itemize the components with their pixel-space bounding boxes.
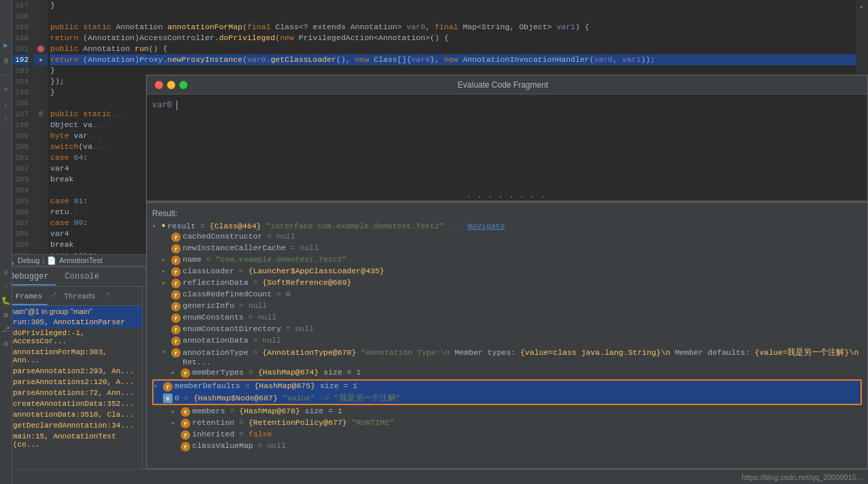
threads-tab[interactable]: Threads bbox=[58, 288, 101, 305]
frame-item-6[interactable]: createAnnotationData:352... bbox=[0, 398, 142, 409]
tree-item-annotationType[interactable]: ▾ f annotationType = {AnnotationType@670… bbox=[152, 347, 862, 367]
status-url: https://blog.csdn.net/qq_20009015... bbox=[742, 473, 863, 481]
cursor bbox=[177, 101, 177, 110]
tree-item-memberDefaults-0[interactable]: ▸ 0 0 = {HashMap$Node@687} "value" -> "我… bbox=[153, 392, 861, 404]
tree-root-arrow[interactable]: ▾ bbox=[152, 222, 162, 230]
field-icon-7: f bbox=[171, 302, 181, 311]
tree-item-genericInfo: f genericInfo = null bbox=[152, 300, 862, 312]
field-icon-6: f bbox=[171, 290, 181, 300]
tree-item-enumConstants: f enumConstants = null bbox=[152, 312, 862, 324]
tree-item-enumConstantDirectory: f enumConstantDirectory = null bbox=[152, 324, 862, 335]
member-defaults-group: ▾ f memberDefaults = {HashMap@675} size … bbox=[152, 379, 862, 405]
frame-item-1[interactable]: doPrivileged:-1, AccessCor... bbox=[0, 328, 142, 347]
tree-item-name[interactable]: ▸ f name = "com.example.demotest.Test2" bbox=[152, 254, 862, 266]
tree-item-inherited: f inherited = false bbox=[152, 429, 862, 440]
step-over-sidebar-icon[interactable]: ↷ bbox=[3, 85, 8, 94]
field-icon-8: f bbox=[171, 313, 181, 323]
field-icon-11: f bbox=[171, 348, 181, 358]
field-icon-2: f bbox=[171, 244, 181, 254]
result-icon: ◆ bbox=[162, 222, 165, 229]
git-icon[interactable]: ⎇ bbox=[1, 325, 10, 334]
tree-item-annotationData: f annotationData = null bbox=[152, 335, 862, 347]
tree-item-memberDefaults[interactable]: ▾ f memberDefaults = {HashMap@675} size … bbox=[153, 381, 861, 392]
structure-icon[interactable]: ≡ bbox=[3, 269, 8, 277]
frame-item-0[interactable]: run:305, AnnotationParser bbox=[0, 317, 142, 328]
play-icon[interactable]: ▶ bbox=[3, 41, 8, 50]
tree-item-memberTypes[interactable]: ▸ f memberTypes = {HashMap@674} size = 1 bbox=[152, 367, 862, 379]
tree-item-cachedConstructor: f cachedConstructor = null bbox=[152, 231, 862, 243]
thread-group-label: "main"@1 in group "main" bbox=[6, 307, 92, 315]
node-icon: 0 bbox=[163, 394, 173, 403]
terminal-icon[interactable]: ⊞ bbox=[3, 311, 8, 319]
frames-arrow-icon: →* bbox=[49, 292, 57, 300]
frame-method-0: run:305, AnnotationParser bbox=[13, 318, 138, 326]
status-bar: https://blog.csdn.net/qq_20009015... bbox=[0, 469, 868, 484]
tree-item-classValueMap: f classValueMap = null bbox=[152, 440, 862, 452]
dialog-title: Evaluate Code Fragment bbox=[458, 80, 548, 90]
field-icon-16: f bbox=[181, 430, 190, 440]
minimize-button[interactable] bbox=[167, 81, 175, 89]
frames-list: run:305, AnnotationParser doPrivileged:-… bbox=[0, 317, 142, 484]
debug-sidebar-icon[interactable]: 🐛 bbox=[1, 296, 11, 305]
field-icon-5: f bbox=[171, 279, 181, 288]
tree-item-newInstanceCallerCache: f newInstanceCallerCache = null bbox=[152, 243, 862, 254]
frame-item-3[interactable]: parseAnnotation2:293, An... bbox=[0, 366, 142, 377]
main-sidebar: ▶ ⏸ ↷ ↓ ↑ ≡ ☆ 🐛 ⊞ ⎇ ⚙ bbox=[0, 0, 12, 484]
field-icon-12: f bbox=[181, 368, 190, 378]
traffic-lights bbox=[155, 81, 187, 89]
file-icon: 📄 bbox=[47, 256, 56, 265]
result-area: Result: ▾ ◆ result = {Class@464} "interf… bbox=[147, 203, 867, 468]
code-input-area[interactable]: var0 • • • • • • • • bbox=[147, 94, 867, 203]
folding-icon[interactable]: ▸ bbox=[860, 3, 864, 11]
evaluate-dialog: Evaluate Code Fragment var0 • • • • • • … bbox=[146, 75, 868, 469]
field-icon-14: f bbox=[181, 407, 190, 417]
tab-label[interactable]: AnnotionTest bbox=[59, 256, 103, 264]
frame-item-9[interactable]: main:15, AnnotationTest (co... bbox=[0, 431, 142, 450]
field-icon-4: f bbox=[171, 267, 181, 277]
tree-root[interactable]: ▾ ◆ result = {Class@464} "interface com.… bbox=[152, 221, 862, 231]
debug-label: Debug bbox=[18, 256, 39, 264]
navigate-link[interactable]: Navigate bbox=[467, 222, 505, 230]
threads-arrow-icon: →* bbox=[102, 292, 110, 300]
frame-method-2: annotationForMap:303, Ann... bbox=[13, 348, 138, 364]
tree-item-retention[interactable]: ▸ f retention = {RetentionPolicy@677} "R… bbox=[152, 417, 862, 429]
code-input-text: var0 bbox=[152, 100, 172, 109]
tree-item-members[interactable]: ▸ f members = {HashMap@676} size = 1 bbox=[152, 406, 862, 417]
debug-left-panel: ▶ Frames →* Threads →* "main"@1 in group… bbox=[0, 287, 143, 484]
frame-item-5[interactable]: parseAnnotations:72, Ann... bbox=[0, 387, 142, 398]
tree-item-classRedefinedCount: f classRedefinedCount = 0 bbox=[152, 289, 862, 300]
resize-handle[interactable]: • • • • • • • • bbox=[467, 194, 547, 201]
close-button[interactable] bbox=[155, 81, 163, 89]
frame-item-8[interactable]: getDeclaredAnnotation:34... bbox=[0, 420, 142, 431]
step-out-sidebar-icon[interactable]: ↑ bbox=[3, 116, 8, 124]
console-tab[interactable]: Console bbox=[58, 268, 106, 286]
frame-item-7[interactable]: annotationData:3510, Cla... bbox=[0, 409, 142, 420]
field-icon-1: f bbox=[171, 232, 181, 242]
field-icon-13: f bbox=[163, 382, 173, 392]
frame-method-4: parseAnnotations2:120, A... bbox=[13, 378, 138, 386]
thread-group-header[interactable]: "main"@1 in group "main" bbox=[0, 306, 142, 317]
tree-root-content: result = {Class@464} "interface com.exam… bbox=[167, 222, 862, 230]
field-icon-17: f bbox=[181, 442, 190, 451]
frames-tab[interactable]: Frames bbox=[10, 288, 48, 305]
frame-method-8: getDeclaredAnnotation:34... bbox=[13, 421, 138, 430]
frame-item-2[interactable]: annotationForMap:303, Ann... bbox=[0, 347, 142, 366]
frame-item-4[interactable]: parseAnnotations2:120, A... bbox=[0, 377, 142, 387]
frame-method-5: parseAnnotations:72, Ann... bbox=[13, 389, 138, 397]
dialog-titlebar: Evaluate Code Fragment bbox=[147, 75, 867, 94]
stop-icon[interactable]: ⏸ bbox=[2, 56, 10, 65]
field-icon-15: f bbox=[181, 419, 190, 428]
field-icon-3: f bbox=[171, 256, 181, 265]
frames-threads-tabs: ▶ Frames →* Threads →* bbox=[0, 287, 142, 306]
favorites-icon[interactable]: ☆ bbox=[3, 282, 8, 291]
frame-method-6: createAnnotationData:352... bbox=[13, 400, 138, 408]
tree-item-reflectionData[interactable]: ▸ f reflectionData = {SoftReference@669} bbox=[152, 277, 862, 289]
tree-item-classLoader[interactable]: ▸ f classLoader = {Launcher$AppClassLoad… bbox=[152, 266, 862, 277]
maximize-button[interactable] bbox=[179, 81, 187, 89]
frame-method-7: annotationData:3510, Cla... bbox=[13, 411, 138, 419]
frame-method-1: doPrivileged:-1, AccessCor... bbox=[13, 329, 138, 345]
frame-method-3: parseAnnotation2:293, An... bbox=[13, 367, 138, 375]
settings-sidebar-icon[interactable]: ⚙ bbox=[3, 339, 8, 348]
step-into-sidebar-icon[interactable]: ↓ bbox=[3, 101, 8, 109]
frame-method-9: main:15, AnnotationTest (co... bbox=[13, 432, 138, 449]
